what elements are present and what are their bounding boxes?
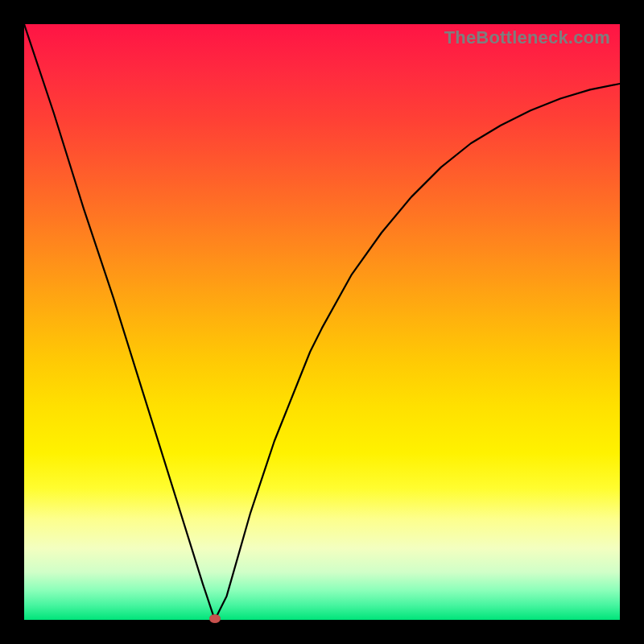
curve-path xyxy=(24,24,620,620)
optimal-point-marker xyxy=(209,614,221,623)
watermark-text: TheBottleneck.com xyxy=(444,27,610,48)
bottleneck-curve xyxy=(24,24,620,620)
plot-area: TheBottleneck.com xyxy=(24,24,620,620)
chart-frame: TheBottleneck.com xyxy=(0,0,644,644)
